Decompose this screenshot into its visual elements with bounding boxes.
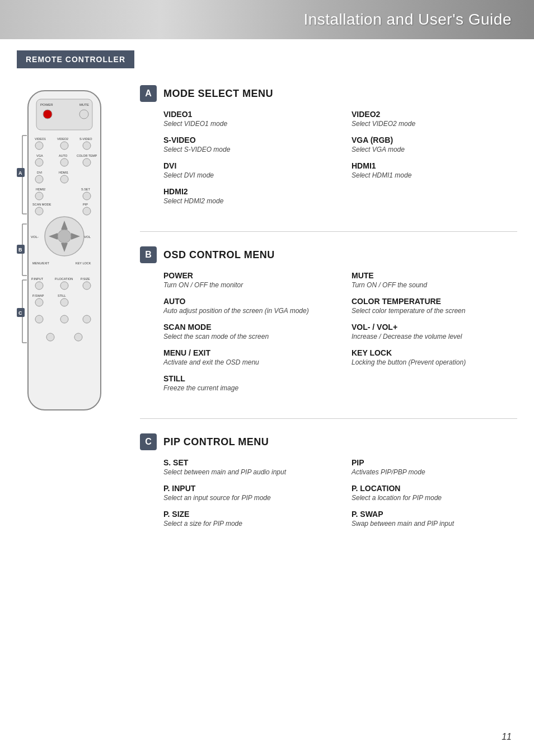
list-item: S. SET Select between main and PIP audio… — [163, 458, 329, 476]
menu-items-b: POWER Turn ON / OFF the monitor MUTE Tur… — [140, 271, 517, 400]
list-item: P. SWAP Swap between main and PIP input — [352, 510, 517, 528]
svg-text:MENU/EXIT: MENU/EXIT — [32, 262, 50, 265]
item-desc: Select DVI mode — [163, 171, 329, 179]
svg-point-54 — [74, 333, 82, 341]
svg-point-17 — [83, 158, 91, 166]
main-content: REMOTE CONTROLLER POWER MUTE VIDE — [0, 39, 534, 561]
item-desc: Select S-VIDEO mode — [163, 146, 329, 153]
list-item: HDMI1 Select HDMI1 mode — [352, 161, 517, 179]
item-desc: Swap between main and PIP input — [352, 520, 517, 528]
item-desc: Activate and exit the OSD menu — [163, 358, 329, 366]
svg-text:P.INPUT: P.INPUT — [31, 277, 44, 281]
menu-section-a: A MODE SELECT MENU VIDEO1 Select VIDEO1 … — [140, 85, 517, 213]
header: Installation and User's Guide — [0, 0, 534, 39]
list-item: P. LOCATION Select a location for PIP mo… — [352, 484, 517, 502]
svg-point-43 — [35, 282, 43, 290]
svg-text:VIDEO2: VIDEO2 — [57, 137, 68, 141]
item-name: POWER — [163, 271, 329, 280]
item-name: VIDEO2 — [352, 110, 517, 119]
list-item: AUTO Auto adjust position of the screen … — [163, 297, 329, 315]
remote-svg: POWER MUTE VIDEO1 VIDEO2 S-VIDEO VGA AUT… — [17, 85, 112, 421]
svg-text:HDMI1: HDMI1 — [59, 171, 68, 174]
item-name: S-VIDEO — [163, 136, 329, 144]
menu-section-c: C PIP CONTROL MENU S. SET Select between… — [140, 433, 517, 535]
svg-text:PIP: PIP — [83, 203, 88, 206]
list-item: KEY LOCK Locking the button (Prevent ope… — [352, 348, 517, 366]
item-desc: Select between main and PIP audio input — [163, 468, 329, 476]
svg-point-11 — [83, 142, 91, 150]
item-desc: Select HDMI2 mode — [163, 197, 329, 205]
svg-text:VOL-: VOL- — [31, 235, 39, 239]
svg-text:COLOR TEMP: COLOR TEMP — [77, 154, 97, 157]
list-item: PIP Activates PIP/PBP mode — [352, 458, 517, 476]
list-item: DVI Select DVI mode — [163, 161, 329, 179]
svg-text:S-VIDEO: S-VIDEO — [79, 137, 92, 141]
menu-header-c: C PIP CONTROL MENU — [140, 433, 517, 450]
item-name: AUTO — [163, 297, 329, 306]
divider-ab — [140, 231, 517, 232]
list-item: COLOR TEMPERATURE Select color temperatu… — [352, 297, 517, 315]
item-name: COLOR TEMPERATURE — [352, 297, 517, 306]
menu-items-a: VIDEO1 Select VIDEO1 mode VIDEO2 Select … — [140, 110, 517, 213]
svg-point-29 — [83, 207, 91, 215]
svg-point-51 — [60, 315, 68, 323]
menu-header-b: B OSD CONTROL MENU — [140, 246, 517, 263]
item-desc: Locking the button (Prevent operation) — [352, 358, 517, 366]
header-title: Installation and User's Guide — [303, 11, 512, 29]
list-item: MENU / EXIT Activate and exit the OSD me… — [163, 348, 329, 366]
svg-point-49 — [60, 298, 68, 306]
item-desc: Select an input source for PIP mode — [163, 494, 329, 502]
svg-point-44 — [60, 282, 68, 290]
list-item: POWER Turn ON / OFF the monitor — [163, 271, 329, 289]
item-name: STILL — [163, 374, 329, 383]
item-desc: Increase / Decrease the volume level — [352, 333, 517, 340]
list-item: MUTE Turn ON / OFF the sound — [352, 271, 517, 289]
svg-text:VIDEO1: VIDEO1 — [35, 137, 46, 141]
item-name: HDMI2 — [163, 187, 329, 196]
item-desc: Select VIDEO1 mode — [163, 120, 329, 128]
list-item: VGA (RGB) Select VGA mode — [352, 136, 517, 153]
list-item: P. SIZE Select a size for PIP mode — [163, 510, 329, 528]
list-item: STILL Freeze the current image — [163, 374, 329, 392]
svg-text:P.SWAP: P.SWAP — [32, 294, 44, 297]
item-name: VOL- / VOL+ — [352, 323, 517, 332]
svg-point-4 — [43, 110, 52, 119]
item-name: SCAN MODE — [163, 323, 329, 332]
svg-text:KEY LOCK: KEY LOCK — [76, 262, 91, 265]
svg-text:POWER: POWER — [40, 103, 53, 106]
svg-text:MUTE: MUTE — [79, 103, 89, 106]
menu-badge-c: C — [140, 433, 157, 450]
svg-point-20 — [35, 175, 43, 183]
item-desc: Select VGA mode — [352, 146, 517, 153]
item-name: KEY LOCK — [352, 348, 517, 357]
menu-title-c: PIP CONTROL MENU — [163, 436, 269, 448]
svg-point-48 — [35, 298, 43, 306]
svg-text:DVI: DVI — [37, 171, 43, 174]
svg-text:HDMI2: HDMI2 — [36, 188, 45, 191]
item-name: P. LOCATION — [352, 484, 517, 493]
svg-text:STILL: STILL — [58, 294, 66, 297]
svg-point-5 — [79, 110, 88, 119]
menu-section-b: B OSD CONTROL MENU POWER Turn ON / OFF t… — [140, 246, 517, 400]
item-desc: Select color temperature of the screen — [352, 307, 517, 315]
item-name: P. SWAP — [352, 510, 517, 519]
item-name: VGA (RGB) — [352, 136, 517, 144]
svg-text:AUTO: AUTO — [59, 154, 68, 157]
svg-point-52 — [83, 315, 91, 323]
menu-header-a: A MODE SELECT MENU — [140, 85, 517, 102]
section-title: REMOTE CONTROLLER — [17, 50, 134, 68]
svg-text:VGA: VGA — [36, 154, 43, 157]
item-desc: Activates PIP/PBP mode — [352, 468, 517, 476]
item-name: HDMI1 — [352, 161, 517, 170]
svg-point-24 — [35, 192, 43, 200]
item-desc: Freeze the current image — [163, 384, 329, 392]
item-desc: Select VIDEO2 mode — [352, 120, 517, 128]
menu-title-a: MODE SELECT MENU — [163, 88, 273, 100]
svg-text:SCAN MODE: SCAN MODE — [32, 203, 51, 206]
item-desc: Turn ON / OFF the monitor — [163, 281, 329, 289]
list-item: VIDEO2 Select VIDEO2 mode — [352, 110, 517, 128]
svg-point-53 — [46, 333, 54, 341]
svg-text:P.SIZE: P.SIZE — [81, 277, 90, 281]
svg-point-15 — [35, 158, 43, 166]
menus-container: A MODE SELECT MENU VIDEO1 Select VIDEO1 … — [140, 85, 517, 544]
